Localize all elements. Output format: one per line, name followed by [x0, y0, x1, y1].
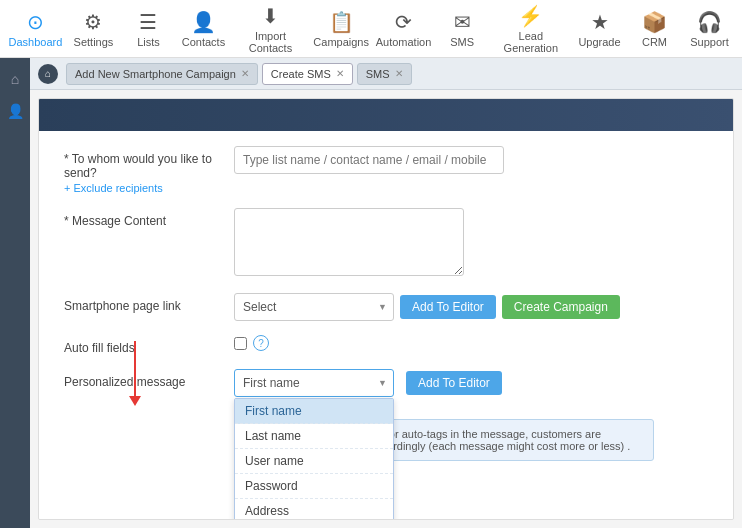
top-navigation: ⊙ Dashboard ⚙ Settings ☰ Lists 👤 Contact…: [0, 0, 742, 58]
message-field: [234, 208, 708, 279]
info-spacer: [64, 411, 234, 417]
personalized-row: Personalized message First nameLast name…: [64, 369, 708, 397]
smartphone-select-wrapper: Select ▼: [234, 293, 394, 321]
breadcrumb-bar: ⌂ Add New Smartphone Campaign ✕ Create S…: [30, 58, 742, 90]
to-whom-field: [234, 146, 708, 174]
form-area: * To whom would you like to send? + Excl…: [39, 131, 733, 490]
to-whom-label: * To whom would you like to send? + Excl…: [64, 146, 234, 194]
crm-icon: 📦: [642, 10, 667, 34]
automation-icon: ⟳: [395, 10, 412, 34]
campaigns-icon: 📋: [329, 10, 354, 34]
dropdown-item-user_name[interactable]: User name: [235, 449, 393, 474]
create-campaign-button[interactable]: Create Campaign: [502, 295, 620, 319]
nav-automation[interactable]: ⟳ Automation: [372, 5, 434, 53]
dropdown-item-first_name[interactable]: First name: [235, 399, 393, 424]
exclude-recipients-link[interactable]: + Exclude recipients: [64, 182, 234, 194]
to-whom-input[interactable]: [234, 146, 504, 174]
message-label: * Message Content: [64, 208, 234, 228]
add-to-editor-personalized-button[interactable]: Add To Editor: [406, 371, 502, 395]
smartphone-field: Select ▼ Add To Editor Create Campaign: [234, 293, 708, 321]
dropdown-item-address[interactable]: Address: [235, 499, 393, 520]
upgrade-icon: ★: [591, 10, 609, 34]
nav-import-contacts[interactable]: ⬇ Import Contacts: [231, 0, 310, 59]
contacts-icon: 👤: [191, 10, 216, 34]
support-icon: 🎧: [697, 10, 722, 34]
settings-icon: ⚙: [84, 10, 102, 34]
main-layout: ⌂ 👤 ⌂ Add New Smartphone Campaign ✕ Crea…: [0, 58, 742, 528]
add-to-editor-button-smartphone[interactable]: Add To Editor: [400, 295, 496, 319]
personalized-select[interactable]: First nameLast nameUser namePasswordAddr…: [234, 369, 394, 397]
sidebar-user-icon[interactable]: 👤: [7, 95, 24, 127]
nav-upgrade-label: Upgrade: [578, 36, 620, 48]
nav-lists-label: Lists: [137, 36, 160, 48]
autofill-checkbox-wrap: ?: [234, 335, 708, 351]
nav-contacts[interactable]: 👤 Contacts: [176, 5, 231, 53]
nav-lists[interactable]: ☰ Lists: [121, 5, 176, 53]
close-create-sms-icon[interactable]: ✕: [336, 68, 344, 79]
dropdown-item-last_name[interactable]: Last name: [235, 424, 393, 449]
nav-automation-label: Automation: [376, 36, 432, 48]
content-card: * To whom would you like to send? + Excl…: [38, 98, 734, 520]
nav-campaigns[interactable]: 📋 Campaigns: [310, 5, 372, 53]
breadcrumb-home-icon[interactable]: ⌂: [38, 64, 58, 84]
dropdown-item-password[interactable]: Password: [235, 474, 393, 499]
nav-lead-label: Lead Generation: [500, 30, 562, 54]
nav-lead-gen[interactable]: ⚡ Lead Generation: [490, 0, 572, 59]
personalized-dropdown-list: First nameLast nameUser namePasswordAddr…: [234, 398, 394, 520]
nav-campaigns-label: Campaigns: [313, 36, 369, 48]
close-sms-icon[interactable]: ✕: [395, 68, 403, 79]
message-textarea[interactable]: [234, 208, 464, 276]
nav-settings[interactable]: ⚙ Settings: [66, 5, 121, 53]
nav-upgrade[interactable]: ★ Upgrade: [572, 5, 627, 53]
nav-crm-label: CRM: [642, 36, 667, 48]
nav-crm[interactable]: 📦 CRM: [627, 5, 682, 53]
breadcrumb-sms[interactable]: SMS ✕: [357, 63, 412, 85]
personalized-controls: First nameLast nameUser namePasswordAddr…: [234, 369, 708, 397]
autofill-field: ?: [234, 335, 708, 351]
content-header: [39, 99, 733, 131]
personalized-label: Personalized message: [64, 369, 234, 389]
message-content-row: * Message Content: [64, 208, 708, 279]
lead-gen-icon: ⚡: [518, 4, 543, 28]
close-add-campaign-icon[interactable]: ✕: [241, 68, 249, 79]
smartphone-link-row: Smartphone page link Select ▼ Add To Edi…: [64, 293, 708, 321]
personalized-select-wrapper: First nameLast nameUser namePasswordAddr…: [234, 369, 394, 397]
personalized-field: First nameLast nameUser namePasswordAddr…: [234, 369, 708, 397]
smartphone-label: Smartphone page link: [64, 293, 234, 313]
dashboard-icon: ⊙: [27, 10, 44, 34]
main-area: ⌂ Add New Smartphone Campaign ✕ Create S…: [30, 58, 742, 528]
nav-sms[interactable]: ✉ SMS: [435, 5, 490, 53]
breadcrumb-add-campaign[interactable]: Add New Smartphone Campaign ✕: [66, 63, 258, 85]
nav-support[interactable]: 🎧 Support: [682, 5, 737, 53]
autofill-checkbox[interactable]: [234, 337, 247, 350]
nav-import-label: Import Contacts: [241, 30, 300, 54]
help-icon[interactable]: ?: [253, 335, 269, 351]
to-whom-row: * To whom would you like to send? + Excl…: [64, 146, 708, 194]
nav-settings-label: Settings: [74, 36, 114, 48]
autofill-label: Auto fill fields: [64, 335, 234, 355]
sms-icon: ✉: [454, 10, 471, 34]
nav-dashboard[interactable]: ⊙ Dashboard: [5, 5, 66, 53]
nav-dashboard-label: Dashboard: [9, 36, 63, 48]
lists-icon: ☰: [139, 10, 157, 34]
sidebar-home-icon[interactable]: ⌂: [11, 63, 19, 95]
breadcrumb-create-sms[interactable]: Create SMS ✕: [262, 63, 353, 85]
sidebar: ⌂ 👤: [0, 58, 30, 528]
nav-support-label: Support: [690, 36, 729, 48]
autofill-row: Auto fill fields ?: [64, 335, 708, 355]
nav-contacts-label: Contacts: [182, 36, 225, 48]
import-icon: ⬇: [262, 4, 279, 28]
nav-sms-label: SMS: [450, 36, 474, 48]
smartphone-select[interactable]: Select: [234, 293, 394, 321]
